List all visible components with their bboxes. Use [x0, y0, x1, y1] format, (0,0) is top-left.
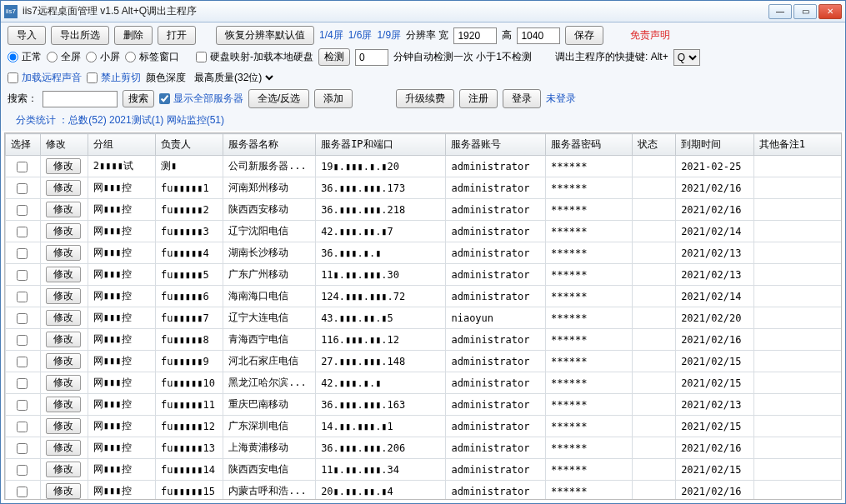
- cell-account: administrator: [446, 351, 546, 372]
- modify-button[interactable]: 修改: [46, 418, 81, 434]
- table-row[interactable]: 修改网▮▮▮控fu▮▮▮▮▮11重庆巴南移动36.▮▮▮.▮▮▮.163admi…: [6, 394, 843, 416]
- register-button[interactable]: 注册: [459, 89, 498, 108]
- small-radio[interactable]: 小屏: [86, 50, 120, 64]
- modify-button[interactable]: 修改: [46, 158, 81, 174]
- table-row[interactable]: 修改网▮▮▮控fu▮▮▮▮▮12广东深圳电信14.▮▮.▮▮▮.▮1admini…: [6, 416, 843, 437]
- row-select-checkbox[interactable]: [17, 183, 28, 194]
- renew-button[interactable]: 升级续费: [396, 89, 454, 108]
- restore-resolution-button[interactable]: 恢复分辨率默认值: [216, 26, 314, 45]
- row-select-checkbox[interactable]: [17, 292, 28, 302]
- col-header[interactable]: 状态: [633, 134, 676, 156]
- table-row[interactable]: 修改网▮▮▮控fu▮▮▮▮▮3辽宁沈阳电信42.▮▮▮.▮▮.▮7adminis…: [6, 221, 843, 242]
- modify-button[interactable]: 修改: [46, 440, 81, 456]
- col-header[interactable]: 服务器名称: [223, 134, 316, 156]
- row-select-checkbox[interactable]: [17, 378, 28, 389]
- import-button[interactable]: 导入: [8, 26, 46, 45]
- ninth-screen-link[interactable]: 1/9屏: [377, 28, 401, 42]
- col-header[interactable]: 服务器密码: [546, 134, 633, 156]
- row-select-checkbox[interactable]: [17, 248, 28, 259]
- quarter-screen-link[interactable]: 1/4屏: [319, 28, 343, 42]
- table-row[interactable]: 修改网▮▮▮控fu▮▮▮▮▮9河北石家庄电信27.▮▮▮.▮▮▮.148admi…: [6, 351, 843, 372]
- table-row[interactable]: 修改2▮▮▮▮试测▮公司新服务器...19▮.▮▮▮.▮.▮20administ…: [6, 156, 843, 177]
- table-row[interactable]: 修改网▮▮▮控fu▮▮▮▮▮4湖南长沙移动36.▮▮▮.▮.▮administr…: [6, 242, 843, 264]
- table-row[interactable]: 修改网▮▮▮控fu▮▮▮▮▮8青海西宁电信116.▮▮▮.▮▮.12admini…: [6, 329, 843, 351]
- modify-button[interactable]: 修改: [46, 267, 81, 282]
- block-clipboard-checkbox[interactable]: 禁止剪切: [87, 71, 141, 85]
- modify-button[interactable]: 修改: [46, 245, 81, 261]
- row-select-checkbox[interactable]: [17, 227, 28, 237]
- window-buttons: — ▭ ✕: [768, 4, 842, 19]
- save-button[interactable]: 保存: [565, 26, 603, 45]
- shortcut-select[interactable]: Q: [673, 49, 700, 66]
- close-button[interactable]: ✕: [818, 4, 842, 19]
- row-select-checkbox[interactable]: [17, 357, 28, 367]
- cell-group: 网▮▮▮控: [88, 221, 155, 242]
- row-select-checkbox[interactable]: [17, 443, 28, 454]
- window-title: iis7远程桌面管理 v1.5 Alt+Q调出主程序: [23, 4, 768, 18]
- row-select-checkbox[interactable]: [17, 487, 28, 497]
- row-select-checkbox[interactable]: [17, 313, 28, 324]
- table-row[interactable]: 修改网▮▮▮控fu▮▮▮▮▮6海南海口电信124.▮▮▮.▮▮▮.72admin…: [6, 286, 843, 307]
- modify-button[interactable]: 修改: [46, 397, 81, 412]
- row-select-checkbox[interactable]: [17, 335, 28, 346]
- full-radio[interactable]: 全屏: [47, 50, 81, 64]
- login-button[interactable]: 登录: [503, 89, 541, 108]
- detect-button[interactable]: 检测: [318, 48, 350, 66]
- maximize-button[interactable]: ▭: [793, 4, 817, 19]
- modify-button[interactable]: 修改: [46, 332, 81, 347]
- modify-button[interactable]: 修改: [46, 310, 81, 326]
- row-select-checkbox[interactable]: [17, 205, 28, 216]
- add-button[interactable]: 添加: [314, 89, 353, 108]
- table-row[interactable]: 修改网▮▮▮控fu▮▮▮▮▮2陕西西安移动36.▮▮▮.▮▮▮.218admin…: [6, 199, 843, 221]
- color-depth-select[interactable]: 最高质量(32位): [191, 69, 276, 86]
- search-input[interactable]: [43, 91, 118, 107]
- modify-button[interactable]: 修改: [46, 353, 81, 369]
- delete-button[interactable]: 删除: [114, 26, 153, 45]
- show-all-checkbox[interactable]: 显示全部服务器: [159, 92, 243, 106]
- col-header[interactable]: 选择: [6, 134, 41, 156]
- table-row[interactable]: 修改网▮▮▮控fu▮▮▮▮▮7辽宁大连电信43.▮▮▮.▮▮.▮5niaoyun…: [6, 307, 843, 329]
- sixth-screen-link[interactable]: 1/6屏: [348, 28, 373, 42]
- table-row[interactable]: 修改网▮▮▮控fu▮▮▮▮▮15内蒙古呼和浩...20▮.▮▮.▮▮.▮4adm…: [6, 481, 843, 501]
- search-button[interactable]: 搜索: [123, 90, 154, 107]
- tabwin-radio[interactable]: 标签窗口: [125, 50, 179, 64]
- table-row[interactable]: 修改网▮▮▮控fu▮▮▮▮▮10黑龙江哈尔滨...42.▮▮▮.▮.▮admin…: [6, 372, 843, 394]
- diskmap-checkbox[interactable]: 硬盘映射-加载本地硬盘: [196, 50, 313, 64]
- modify-button[interactable]: 修改: [46, 288, 81, 304]
- col-header[interactable]: 其他备注1: [753, 134, 842, 156]
- resolution-width-input[interactable]: [453, 27, 497, 44]
- disclaimer-link[interactable]: 免责声明: [630, 28, 670, 42]
- cell-account: administrator: [446, 372, 546, 394]
- detect-interval-input[interactable]: [355, 49, 388, 66]
- modify-button[interactable]: 修改: [46, 483, 81, 499]
- col-header[interactable]: 修改: [40, 134, 88, 156]
- table-row[interactable]: 修改网▮▮▮控fu▮▮▮▮▮13上海黄浦移动36.▮▮▮.▮▮▮.206admi…: [6, 437, 843, 459]
- table-row[interactable]: 修改网▮▮▮控fu▮▮▮▮▮1河南郑州移动36.▮▮▮.▮▮▮.173admin…: [6, 177, 843, 199]
- col-header[interactable]: 服务器IP和端口: [316, 134, 446, 156]
- export-selected-button[interactable]: 导出所选: [51, 26, 109, 45]
- modify-button[interactable]: 修改: [46, 180, 81, 196]
- select-all-button[interactable]: 全选/反选: [248, 89, 309, 108]
- server-table-wrap[interactable]: 选择修改分组负责人服务器名称服务器IP和端口服务器账号服务器密码状态到期时间其他…: [4, 132, 842, 500]
- table-row[interactable]: 修改网▮▮▮控fu▮▮▮▮▮14陕西西安电信11▮.▮▮.▮▮▮.34admin…: [6, 459, 843, 481]
- col-header[interactable]: 服务器账号: [446, 134, 546, 156]
- modify-button[interactable]: 修改: [46, 223, 81, 239]
- normal-radio[interactable]: 正常: [8, 50, 42, 64]
- modify-button[interactable]: 修改: [46, 375, 81, 391]
- row-select-checkbox[interactable]: [17, 422, 28, 432]
- col-header[interactable]: 分组: [88, 134, 155, 156]
- row-select-checkbox[interactable]: [17, 400, 28, 411]
- open-button[interactable]: 打开: [158, 26, 196, 45]
- row-select-checkbox[interactable]: [17, 465, 28, 476]
- table-row[interactable]: 修改网▮▮▮控fu▮▮▮▮▮5广东广州移动11▮.▮▮.▮▮▮.30admini…: [6, 264, 843, 286]
- modify-button[interactable]: 修改: [46, 462, 81, 477]
- minimize-button[interactable]: —: [768, 4, 792, 19]
- col-header[interactable]: 到期时间: [676, 134, 754, 156]
- cell-owner: 测▮: [155, 156, 223, 177]
- load-sound-checkbox[interactable]: 加载远程声音: [8, 71, 82, 85]
- modify-button[interactable]: 修改: [46, 202, 81, 217]
- row-select-checkbox[interactable]: [17, 162, 28, 172]
- row-select-checkbox[interactable]: [17, 270, 28, 281]
- col-header[interactable]: 负责人: [155, 134, 223, 156]
- resolution-height-input[interactable]: [517, 27, 560, 44]
